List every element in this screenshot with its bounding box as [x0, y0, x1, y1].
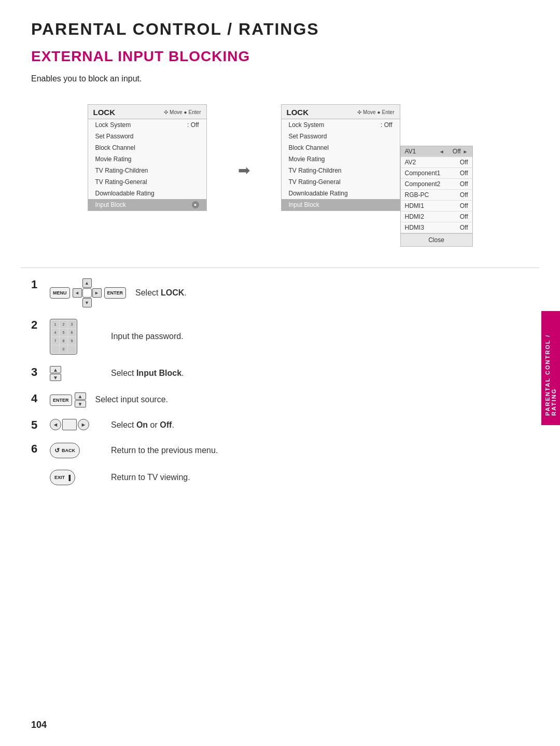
submenu-row-av1[interactable]: AV1 ◄ Off ►: [401, 146, 472, 157]
exit-button[interactable]: EXIT ▐: [50, 470, 75, 485]
right-lock-menu: LOCK ✣ Move ● Enter Lock System : Off Se…: [281, 104, 400, 211]
numpad-1[interactable]: 1: [51, 320, 59, 328]
step-5-text: Select On or Off.: [111, 419, 174, 431]
left-menu-item-lock-system: Lock System : Off: [88, 119, 206, 131]
dpad-empty-br: [92, 298, 102, 307]
left-menu-item-movie-rating: Movie Rating: [88, 153, 206, 165]
right-menu-item-set-password: Set Password: [282, 131, 400, 142]
step-exit-text: Return to TV viewing.: [111, 472, 190, 483]
left-btn-step5[interactable]: ◄: [50, 419, 61, 430]
step-3-text: Select Input Block.: [111, 368, 184, 379]
step-2-number: 2: [31, 319, 40, 331]
submenu-row-hdmi3[interactable]: HDMI3 Off: [401, 222, 472, 233]
enter-icon: ●: [192, 201, 199, 208]
step-3-number: 3: [31, 366, 40, 378]
numpad-6[interactable]: 6: [68, 329, 76, 336]
left-menu-item-block-channel: Block Channel: [88, 142, 206, 153]
menu-button[interactable]: MENU: [50, 287, 70, 299]
dpad-empty-tr: [92, 278, 102, 288]
ud-nav-step4: ▲ ▼: [75, 392, 86, 407]
submenu-row-rgb-pc[interactable]: RGB-PC Off: [401, 190, 472, 201]
numpad-4[interactable]: 4: [51, 329, 59, 336]
dpad-down[interactable]: ▼: [82, 298, 92, 307]
step-6: 6 ↺ BACK Return to the previous menu.: [31, 443, 529, 458]
step-4-icons: ENTER ▲ ▼: [50, 392, 86, 407]
dpad-right[interactable]: ►: [92, 288, 102, 298]
step-6-number: 6: [31, 443, 40, 455]
dpad-up[interactable]: ▲: [82, 278, 92, 288]
right-menu-item-tv-rating-children: TV Rating-Children: [282, 165, 400, 176]
numpad-0[interactable]: 0: [60, 345, 67, 353]
left-menu-item-input-block[interactable]: Input Block ●: [88, 199, 206, 210]
dpad-center[interactable]: [82, 288, 92, 298]
step-3-icons: ▲ ▼: [50, 366, 102, 381]
right-btn-step5[interactable]: ►: [78, 419, 89, 430]
left-menu-header: LOCK ✣ Move ● Enter: [88, 105, 206, 119]
submenu-row-av2[interactable]: AV2 Off: [401, 157, 472, 168]
page-number: 104: [31, 720, 47, 730]
left-menu-item-tv-rating-children: TV Rating-Children: [88, 165, 206, 176]
up-btn-step3[interactable]: ▲: [50, 366, 61, 373]
step-4-text: Select input source.: [95, 394, 169, 405]
left-lock-menu: LOCK ✣ Move ● Enter Lock System : Off Se…: [88, 104, 207, 211]
down-btn-step4[interactable]: ▼: [75, 400, 86, 407]
left-menu-title: LOCK: [93, 108, 160, 117]
numpad-2[interactable]: 2: [60, 320, 67, 328]
dpad-empty-bl: [73, 298, 82, 307]
numpad-empty: [51, 345, 59, 353]
nav-box-step5: [62, 419, 77, 430]
exit-icon: ▐: [67, 475, 71, 481]
lr-nav-step5: ◄ ►: [50, 419, 89, 430]
back-button[interactable]: ↺ BACK: [50, 443, 80, 458]
step-1-icons: MENU ▲ ◄ ► ▼ ENTER: [50, 278, 126, 307]
step-5-icons: ◄ ►: [50, 419, 102, 430]
step-4-number: 4: [31, 392, 40, 405]
submenu-row-hdmi2[interactable]: HDMI2 Off: [401, 212, 472, 222]
step-5-number: 5: [31, 419, 40, 431]
step-4: 4 ENTER ▲ ▼ Select input source.: [31, 392, 529, 407]
numpad-9[interactable]: 9: [68, 337, 76, 345]
dpad-left[interactable]: ◄: [73, 288, 82, 298]
numpad-8[interactable]: 8: [60, 337, 67, 345]
enter-button-step1[interactable]: ENTER: [104, 287, 127, 299]
step-5: 5 ◄ ► Select On or Off.: [31, 419, 529, 431]
step-exit-icons: EXIT ▐: [50, 470, 102, 485]
ud-nav-step3: ▲ ▼: [50, 366, 61, 381]
right-menu-header: LOCK ✣ Move ● Enter: [282, 105, 400, 119]
numpad-step2: 1 2 3 4 5 6 7 8 9 0: [50, 319, 77, 355]
submenu-row-component2[interactable]: Component2 Off: [401, 179, 472, 190]
down-btn-step3[interactable]: ▼: [50, 374, 61, 381]
right-menu-item-lock-system: Lock System : Off: [282, 119, 400, 131]
left-menu-item-tv-rating-general: TV Rating-General: [88, 176, 206, 188]
right-menu-container: LOCK ✣ Move ● Enter Lock System : Off Se…: [281, 104, 473, 247]
submenu-row-hdmi1[interactable]: HDMI1 Off: [401, 201, 472, 212]
right-menu-title: LOCK: [287, 108, 354, 117]
submenu-row-component1[interactable]: Component1 Off: [401, 168, 472, 179]
right-menu-item-block-channel: Block Channel: [282, 142, 400, 153]
diagram-area: LOCK ✣ Move ● Enter Lock System : Off Se…: [0, 83, 560, 268]
step-exit: 6 EXIT ▐ Return to TV viewing.: [31, 470, 529, 485]
step-2-icons: 1 2 3 4 5 6 7 8 9 0: [50, 319, 102, 355]
left-menu-nav: ✣ Move ● Enter: [164, 109, 201, 115]
numpad-5[interactable]: 5: [60, 329, 67, 336]
input-block-submenu: AV1 ◄ Off ► AV2 Off Component1 Off Compo…: [400, 146, 473, 247]
numpad-3[interactable]: 3: [68, 320, 76, 328]
dpad-step1: ▲ ◄ ► ▼: [73, 278, 102, 307]
submenu-close-button[interactable]: Close: [401, 233, 472, 246]
diagram-arrow: ➡: [238, 162, 250, 179]
numpad-empty2: [68, 345, 76, 353]
dpad-empty-tl: [73, 278, 82, 288]
step-1: 1 MENU ▲ ◄ ► ▼ ENTER Select LOCK.: [31, 278, 529, 307]
back-arrow-icon: ↺: [54, 447, 60, 454]
steps-area: 1 MENU ▲ ◄ ► ▼ ENTER Select LOCK. 2 1 2: [0, 268, 560, 507]
step-3: 3 ▲ ▼ Select Input Block.: [31, 366, 529, 381]
numpad-7[interactable]: 7: [51, 337, 59, 345]
right-menu-item-movie-rating: Movie Rating: [282, 153, 400, 165]
left-menu-item-downloadable-rating: Downloadable Rating: [88, 188, 206, 199]
up-btn-step4[interactable]: ▲: [75, 392, 86, 400]
step-1-text: Select LOCK.: [135, 287, 187, 299]
enter-button-step4[interactable]: ENTER: [50, 395, 72, 406]
right-menu-item-input-block[interactable]: Input Block: [282, 199, 400, 210]
section-title: EXTERNAL INPUT BLOCKING: [0, 39, 560, 65]
page-title: PARENTAL CONTROL / RATINGS: [0, 0, 560, 39]
